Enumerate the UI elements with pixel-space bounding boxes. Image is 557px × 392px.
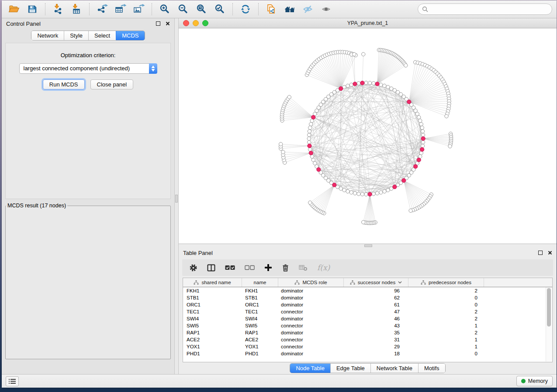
- table-row[interactable]: TEC1TEC1connector472: [183, 308, 552, 315]
- delete-column-button[interactable]: [282, 264, 289, 272]
- import-network-button[interactable]: [50, 2, 66, 16]
- network-hub-node[interactable]: [407, 100, 411, 104]
- network-node[interactable]: [349, 83, 353, 86]
- network-node[interactable]: [419, 119, 422, 122]
- run-mcds-button[interactable]: Run MCDS: [43, 79, 85, 89]
- network-node[interactable]: [368, 81, 371, 85]
- table-row[interactable]: SWI5SWI5connector431: [183, 322, 552, 329]
- open-file-button[interactable]: [6, 2, 22, 16]
- search-field[interactable]: [418, 3, 552, 15]
- table-row[interactable]: PHD1PHD1dominator180: [183, 350, 552, 357]
- network-hub-node[interactable]: [417, 158, 421, 162]
- split-table-view-button[interactable]: [207, 264, 215, 272]
- tab-edge-table[interactable]: Edge Table: [330, 364, 370, 373]
- table-scrollbar[interactable]: [546, 287, 552, 361]
- save-session-button[interactable]: [24, 2, 40, 16]
- zoom-selected-button[interactable]: [212, 2, 228, 16]
- add-column-button[interactable]: [264, 264, 272, 272]
- network-node[interactable]: [383, 189, 386, 193]
- network-node[interactable]: [308, 201, 312, 204]
- network-node[interactable]: [386, 188, 390, 192]
- column-header-name[interactable]: name: [242, 278, 278, 287]
- show-all-button[interactable]: [318, 2, 334, 16]
- network-node[interactable]: [307, 137, 311, 140]
- close-panel-icon[interactable]: [548, 251, 552, 255]
- network-node[interactable]: [311, 158, 315, 162]
- float-panel-icon[interactable]: [538, 251, 543, 255]
- network-node[interactable]: [353, 192, 356, 195]
- network-node[interactable]: [448, 144, 452, 148]
- network-node[interactable]: [421, 133, 425, 137]
- network-node[interactable]: [364, 193, 368, 196]
- network-node[interactable]: [308, 148, 312, 151]
- table-row[interactable]: ORC1ORC1dominator610: [183, 301, 552, 308]
- status-menu-button[interactable]: [6, 376, 19, 386]
- network-hub-node[interactable]: [360, 81, 364, 85]
- table-options-gear-button[interactable]: [189, 264, 197, 272]
- network-node[interactable]: [309, 122, 313, 126]
- network-node[interactable]: [421, 130, 424, 133]
- network-hub-node[interactable]: [393, 185, 397, 189]
- search-input[interactable]: [431, 6, 548, 13]
- splitter-handle[interactable]: [175, 195, 178, 203]
- tab-motifs[interactable]: Motifs: [418, 364, 445, 373]
- export-image-button[interactable]: [131, 2, 147, 16]
- network-node[interactable]: [353, 52, 356, 56]
- network-node[interactable]: [372, 192, 375, 196]
- network-node[interactable]: [390, 87, 393, 90]
- table-row[interactable]: ACE2ACE2connector311: [183, 336, 552, 343]
- network-node[interactable]: [307, 133, 311, 137]
- network-node[interactable]: [364, 81, 368, 85]
- column-header-shared-name[interactable]: shared name: [183, 278, 242, 287]
- criterion-select[interactable]: largest connected component (undirected): [19, 63, 157, 74]
- network-node[interactable]: [339, 187, 343, 190]
- import-table-button[interactable]: [69, 2, 84, 16]
- network-node[interactable]: [409, 209, 412, 212]
- network-node[interactable]: [417, 115, 421, 119]
- network-hub-node[interactable]: [402, 179, 406, 182]
- network-hub-node[interactable]: [317, 168, 321, 172]
- clone-network-button[interactable]: [263, 2, 279, 16]
- network-node[interactable]: [343, 188, 346, 192]
- network-hub-node[interactable]: [309, 151, 313, 155]
- network-hub-node[interactable]: [339, 86, 343, 90]
- horizontal-splitter[interactable]: [179, 244, 557, 248]
- network-node[interactable]: [281, 150, 285, 154]
- network-node[interactable]: [279, 142, 282, 146]
- network-node[interactable]: [362, 220, 365, 224]
- network-node[interactable]: [404, 64, 408, 67]
- first-neighbors-button[interactable]: [282, 2, 298, 16]
- zoom-fit-button[interactable]: [194, 2, 209, 16]
- close-panel-button[interactable]: Close panel: [90, 79, 134, 89]
- table-row[interactable]: SWI4SWI4dominator462: [183, 315, 552, 322]
- network-node[interactable]: [357, 192, 360, 196]
- tab-style[interactable]: Style: [64, 31, 88, 40]
- hide-selected-button[interactable]: [300, 2, 316, 16]
- network-node[interactable]: [386, 85, 390, 89]
- table-row[interactable]: RAP1RAP1dominator352: [183, 329, 552, 336]
- zoom-out-button[interactable]: [175, 2, 191, 16]
- tab-network-table[interactable]: Network Table: [370, 364, 418, 373]
- network-graph[interactable]: [179, 28, 557, 244]
- network-node[interactable]: [346, 84, 349, 87]
- tab-mcds[interactable]: MCDS: [116, 31, 144, 40]
- network-node[interactable]: [375, 192, 379, 195]
- network-node[interactable]: [420, 126, 424, 129]
- network-node[interactable]: [383, 84, 386, 87]
- column-header-successor-nodes[interactable]: successor nodes: [344, 278, 408, 287]
- network-canvas[interactable]: [179, 28, 557, 244]
- network-node[interactable]: [360, 193, 364, 196]
- unselect-all-button[interactable]: [245, 265, 255, 270]
- network-node[interactable]: [419, 151, 423, 155]
- export-table-button[interactable]: [113, 2, 128, 16]
- network-hub-node[interactable]: [353, 82, 357, 86]
- network-hub-node[interactable]: [420, 148, 424, 151]
- tab-node-table[interactable]: Node Table: [290, 364, 330, 373]
- network-hub-node[interactable]: [414, 165, 418, 168]
- network-node[interactable]: [419, 122, 423, 126]
- column-header-predecessor-nodes[interactable]: predecessor nodes: [408, 278, 484, 287]
- network-node[interactable]: [357, 82, 360, 85]
- network-hub-node[interactable]: [332, 183, 336, 187]
- network-hub-node[interactable]: [311, 115, 315, 119]
- network-node[interactable]: [379, 83, 383, 86]
